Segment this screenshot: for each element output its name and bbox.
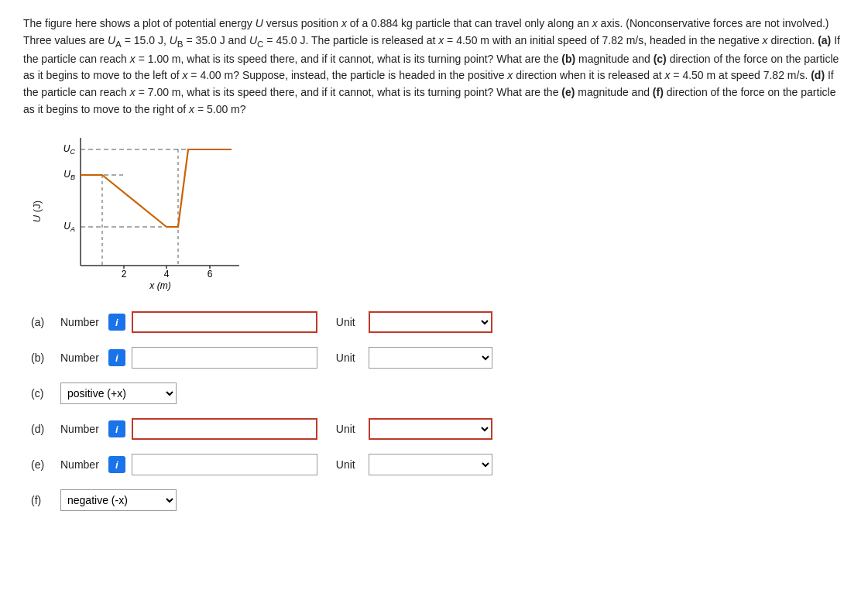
- graph-area: UC UB UA 2 4 6 x (m): [46, 130, 247, 293]
- part-label-f: (f): [31, 494, 54, 506]
- number-label-e: Number: [60, 458, 99, 471]
- unit-label-b: Unit: [336, 352, 358, 364]
- answer-row-d: (d) Number i Unit m/s m J: [31, 418, 845, 440]
- problem-text: The figure here shows a plot of potentia…: [23, 15, 844, 118]
- part-label-a: (a): [31, 316, 54, 328]
- answer-row-f: (f) positive (+x) negative (-x): [31, 489, 845, 511]
- svg-text:UC: UC: [63, 143, 76, 156]
- answers-section: (a) Number i Unit m/s m J (b) Number i U…: [31, 311, 845, 511]
- potential-energy-graph: UC UB UA 2 4 6 x (m): [46, 130, 247, 293]
- part-label-d: (d): [31, 423, 54, 435]
- direction-select-f[interactable]: positive (+x) negative (-x): [60, 489, 177, 511]
- info-button-d[interactable]: i: [108, 420, 125, 437]
- figure-container: U (J) UC UB UA: [31, 130, 845, 293]
- unit-select-e[interactable]: N J: [369, 454, 492, 475]
- number-label-b: Number: [60, 352, 99, 364]
- number-input-d[interactable]: [132, 418, 317, 440]
- svg-text:UA: UA: [63, 221, 75, 233]
- answer-row-e: (e) Number i Unit N J: [31, 454, 845, 475]
- answer-row-a: (a) Number i Unit m/s m J: [31, 311, 845, 333]
- unit-select-b[interactable]: N J: [369, 347, 492, 369]
- direction-select-c[interactable]: positive (+x) negative (-x): [60, 382, 177, 404]
- unit-select-a[interactable]: m/s m J: [369, 311, 492, 333]
- svg-text:4: 4: [164, 269, 170, 280]
- answer-row-b: (b) Number i Unit N J: [31, 347, 845, 369]
- part-label-c: (c): [31, 387, 54, 400]
- unit-label-e: Unit: [336, 458, 358, 471]
- svg-text:x (m): x (m): [149, 280, 170, 291]
- number-label-a: Number: [60, 316, 99, 328]
- number-label-d: Number: [60, 423, 99, 435]
- part-label-b: (b): [31, 352, 54, 364]
- unit-label-d: Unit: [336, 423, 358, 435]
- info-button-b[interactable]: i: [108, 349, 125, 366]
- unit-select-d[interactable]: m/s m J: [369, 418, 492, 440]
- part-label-e: (e): [31, 458, 54, 471]
- info-button-e[interactable]: i: [108, 456, 125, 473]
- answer-row-c: (c) positive (+x) negative (-x): [31, 382, 845, 404]
- number-input-e[interactable]: [132, 454, 317, 475]
- unit-label-a: Unit: [336, 316, 358, 328]
- svg-text:UB: UB: [63, 169, 75, 181]
- y-axis-label: U (J): [31, 201, 43, 222]
- svg-text:2: 2: [122, 269, 127, 280]
- number-input-b[interactable]: [132, 347, 317, 369]
- number-input-a[interactable]: [132, 311, 317, 333]
- svg-text:6: 6: [208, 269, 213, 280]
- info-button-a[interactable]: i: [108, 314, 125, 331]
